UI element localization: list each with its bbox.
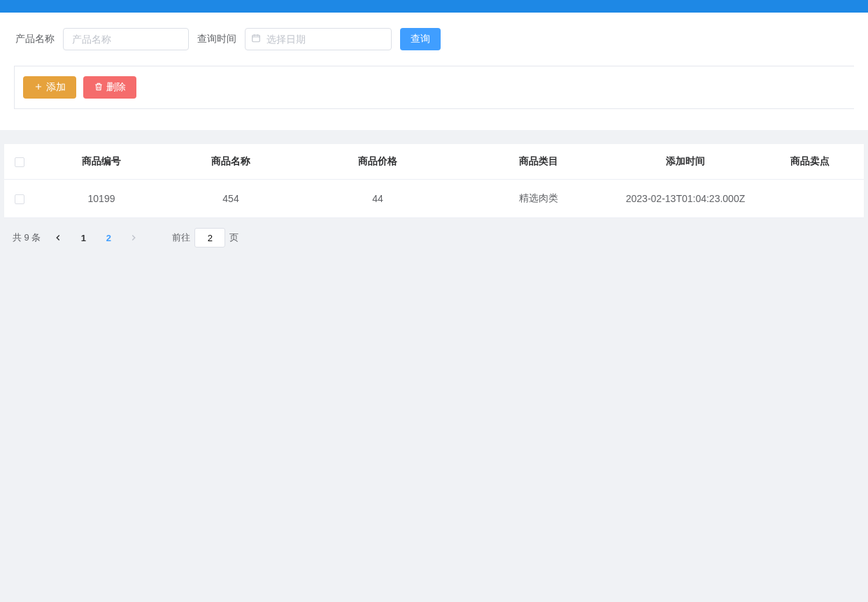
jumper-suffix: 页 (229, 231, 239, 244)
pagination-jumper: 前往 页 (172, 228, 239, 248)
header-add-time: 添加时间 (616, 144, 755, 180)
add-button[interactable]: 添加 (23, 76, 76, 99)
date-input-wrap (245, 28, 392, 50)
plus-icon (34, 82, 43, 94)
cell-name: 454 (168, 180, 294, 218)
header-category: 商品类目 (462, 144, 616, 180)
header-selling-point: 商品卖点 (755, 144, 864, 180)
pagination-prev[interactable] (50, 230, 66, 245)
top-bar (0, 0, 868, 13)
pagination-total: 共 9 条 (13, 231, 41, 244)
header-checkbox-cell (4, 144, 35, 180)
cell-selling-point (755, 180, 864, 218)
date-input[interactable] (245, 28, 392, 50)
jumper-prefix: 前往 (172, 231, 190, 244)
delete-button-label: 删除 (106, 81, 126, 94)
product-name-input[interactable] (63, 28, 189, 50)
cell-price: 44 (294, 180, 462, 218)
pagination-page-2[interactable]: 2 (101, 233, 116, 243)
cell-id: 10199 (35, 180, 168, 218)
pagination: 共 9 条 1 2 前往 页 (4, 218, 864, 257)
product-name-label: 产品名称 (15, 33, 55, 45)
data-table: 商品编号 商品名称 商品价格 商品类目 添加时间 商品卖点 10199 454 … (4, 144, 864, 218)
table-row: 10199 454 44 精选肉类 2023-02-13T01:04:23.00… (4, 180, 864, 218)
toolbar: 添加 删除 (14, 66, 854, 109)
filter-bar: 产品名称 查询时间 查询 (0, 13, 868, 66)
header-price: 商品价格 (294, 144, 462, 180)
cell-category: 精选肉类 (462, 180, 616, 218)
pagination-page-1[interactable]: 1 (76, 233, 91, 243)
row-checkbox[interactable] (15, 194, 24, 204)
pagination-next[interactable] (126, 230, 141, 245)
add-button-label: 添加 (46, 81, 66, 94)
select-all-checkbox[interactable] (15, 157, 24, 167)
query-time-label: 查询时间 (197, 33, 236, 45)
search-button[interactable]: 查询 (400, 28, 441, 50)
cell-add-time: 2023-02-13T01:04:23.000Z (616, 180, 755, 218)
trash-icon (94, 82, 104, 94)
jumper-input[interactable] (194, 228, 225, 248)
search-button-label: 查询 (411, 33, 430, 45)
header-name: 商品名称 (168, 144, 294, 180)
header-id: 商品编号 (35, 144, 168, 180)
delete-button[interactable]: 删除 (83, 76, 136, 99)
